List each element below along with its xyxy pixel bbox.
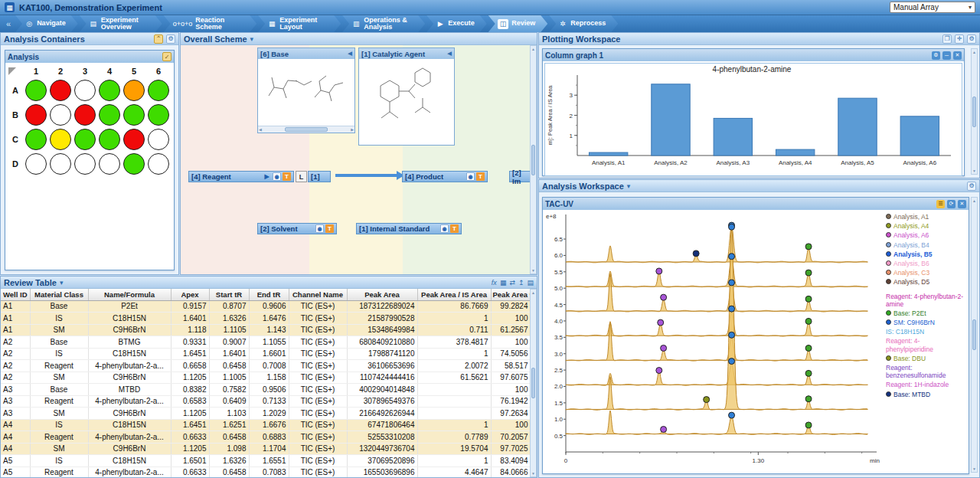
caret-down-icon[interactable]: ▾	[60, 279, 64, 286]
legend-item-is-c18h15n[interactable]: IS: C18H15N	[886, 328, 967, 336]
solvent-bar[interactable]: [2] Solvent ◉ T	[257, 223, 337, 234]
table-row[interactable]: A1SMC9H6BrN1.1181.11051.143TIC (ES+)1534…	[1, 324, 531, 336]
table-row[interactable]: A4Reagent4-phenylbutan-2-a...0.66330.645…	[1, 431, 531, 444]
scroll-down-icon[interactable]: ▼	[531, 471, 535, 476]
legend-item-base-mtbd[interactable]: Base: MTBD	[886, 391, 967, 398]
t-label-icon[interactable]: T	[476, 172, 485, 181]
scroll-down-icon[interactable]: ▼	[972, 467, 976, 471]
peak-marker-analysis-b4[interactable]	[805, 318, 812, 324]
column-header-name-formula[interactable]: Name/Formula	[88, 289, 171, 300]
reagent-bar[interactable]: [4] Reagent ▶ ◉ T	[188, 171, 294, 182]
eye-icon[interactable]: ◉	[466, 172, 475, 181]
limiting-count-bar[interactable]: [1]	[308, 171, 331, 182]
legend-item-base-dbu[interactable]: Base: DBU	[886, 355, 967, 362]
nav-tab-operations-analysis[interactable]: ▥Operations & Analysis	[342, 15, 425, 32]
bar-analysis-a4[interactable]	[776, 149, 814, 156]
checkbox-checked-icon[interactable]: ✓	[162, 52, 172, 61]
legend-item-analysis-b6[interactable]: Analysis, B6	[886, 260, 967, 267]
table-row[interactable]: A3BaseMTBD0.83820.75820.9506TIC (ES+)400…	[1, 384, 531, 396]
collapse-up-icon[interactable]: ⌃	[154, 34, 163, 44]
scrollbar-thumb[interactable]	[531, 145, 535, 175]
tile-windows-icon[interactable]: ❐	[942, 34, 952, 44]
add-graph-icon[interactable]: ✛	[955, 34, 964, 44]
play-icon[interactable]: ▶	[263, 172, 271, 181]
peak-marker-analysis-a6[interactable]	[661, 294, 667, 300]
scroll-up-icon[interactable]: ▲	[972, 198, 976, 203]
nav-tab-reprocess[interactable]: ✲Reprocess	[549, 15, 618, 32]
peak-marker-analysis-a6[interactable]	[805, 296, 812, 302]
bar-analysis-a6[interactable]	[900, 116, 939, 156]
table-row[interactable]: A4SMC9H6BrN1.12051.0981.1704TIC (ES+)132…	[1, 443, 531, 455]
trace-analysis-b5[interactable]	[566, 322, 867, 361]
legend-item-reagent-4-phenylpiperidine[interactable]: Reagent: 4-phenylpiperidine	[886, 337, 967, 352]
gear-icon[interactable]: ⚙	[967, 182, 976, 191]
well-B3[interactable]	[74, 104, 96, 126]
t-label-icon[interactable]: T	[450, 224, 459, 233]
table-row[interactable]: A1ISC18H15N1.64011.63261.6476TIC (ES+)21…	[1, 313, 531, 325]
legend-item-analysis-b4[interactable]: Analysis, B4	[886, 241, 967, 249]
limiting-reagent-toggle[interactable]: L	[296, 171, 307, 182]
well-A6[interactable]	[148, 80, 169, 101]
well-C1[interactable]	[25, 129, 47, 150]
peak-marker-analysis-b4[interactable]	[729, 306, 735, 312]
well-A5[interactable]	[123, 80, 145, 101]
nav-tab-reaction-scheme[interactable]: o+o+oReaction Scheme	[164, 15, 257, 32]
table-row[interactable]: A3SMC9H6BrN1.12051.1031.2029TIC (ES+)216…	[1, 408, 531, 420]
column-header-end-tr[interactable]: End tR	[249, 289, 289, 300]
peak-marker-analysis-b5[interactable]	[805, 345, 812, 351]
bar-analysis-a5[interactable]	[838, 98, 877, 156]
well-B2[interactable]	[50, 104, 71, 126]
well-B6[interactable]	[148, 104, 169, 126]
caret-down-icon[interactable]: ▾	[250, 35, 254, 43]
vertical-scrollbar[interactable]: ▲▼	[971, 48, 978, 175]
well-A2[interactable]	[50, 80, 71, 101]
gear-icon[interactable]: ⚙	[166, 34, 175, 44]
eye-icon[interactable]: ◉	[315, 224, 324, 233]
grid-view-icon[interactable]: ▦	[500, 279, 507, 286]
scrollbar-thumb[interactable]	[531, 368, 535, 398]
legend-item-analysis-c3[interactable]: Analysis, C3	[886, 269, 967, 277]
well-D3[interactable]	[74, 153, 96, 175]
horizontal-scrollbar[interactable]: ◀▶	[258, 126, 354, 133]
internal-standard-bar[interactable]: [1] Internal Standard ◉ T	[356, 223, 462, 234]
scrollbar-thumb[interactable]	[972, 97, 976, 127]
peak-marker-analysis-c3[interactable]	[805, 396, 812, 402]
column-header-channel-name[interactable]: Channel Name	[289, 289, 347, 300]
legend-item-analysis-a6[interactable]: Analysis, A6	[886, 231, 967, 239]
nav-tab-navigate[interactable]: ◎Navigate	[15, 15, 78, 32]
eye-icon[interactable]: ◉	[440, 224, 449, 233]
peak-marker-analysis-b5[interactable]	[661, 345, 667, 351]
column-header-peak-area-is-area[interactable]: Peak Area / IS Area	[417, 289, 491, 300]
catalytic-agent-box[interactable]: [1] Catalytic Agent◀	[358, 47, 455, 146]
column-header-peak-area[interactable]: Peak Area	[347, 289, 417, 300]
well-D1[interactable]	[25, 153, 47, 175]
column-header-start-tr[interactable]: Start tR	[209, 289, 249, 300]
bar-analysis-a2[interactable]	[652, 84, 690, 156]
well-A3[interactable]	[74, 80, 96, 101]
table-row[interactable]: A5Reagent4-phenylbutan-2-a...0.66330.645…	[1, 467, 531, 477]
vertical-scrollbar[interactable]: ▲▼	[530, 45, 537, 274]
scroll-right-icon[interactable]: ▶	[351, 127, 354, 132]
scroll-up-icon[interactable]: ▲	[531, 47, 535, 51]
well-C3[interactable]	[74, 129, 96, 150]
well-B4[interactable]	[99, 104, 120, 126]
peak-marker-analysis-a1[interactable]	[693, 250, 699, 257]
well-B1[interactable]	[25, 104, 47, 126]
well-A4[interactable]	[99, 80, 120, 101]
table-row[interactable]: A2ISC18H15N1.64511.64011.6601TIC (ES+)17…	[1, 348, 531, 360]
product-bar[interactable]: [4] Product ◉ T	[402, 171, 488, 182]
caret-down-icon[interactable]: ▾	[627, 182, 631, 190]
base-group-box[interactable]: [6] Base◀ ◀▶	[257, 47, 355, 133]
collapse-left-icon[interactable]: ◀	[348, 51, 352, 57]
peak-marker-analysis-b6[interactable]	[805, 370, 812, 376]
table-row[interactable]: A1BaseP2Et0.91570.87070.9606TIC (ES+)187…	[1, 300, 531, 313]
legend-list-icon[interactable]: ☰	[936, 200, 945, 208]
peak-marker-analysis-b5[interactable]	[729, 332, 735, 338]
well-D2[interactable]	[50, 153, 71, 175]
well-C6[interactable]	[148, 129, 169, 150]
peak-marker-analysis-d5[interactable]	[729, 412, 735, 418]
eye-icon[interactable]: ◉	[273, 172, 281, 181]
immobilized-bar[interactable]: [2] Im	[509, 171, 531, 182]
well-A1[interactable]	[25, 80, 47, 101]
table-row[interactable]: A4ISC18H15N1.64511.62511.6676TIC (ES+)67…	[1, 419, 531, 431]
